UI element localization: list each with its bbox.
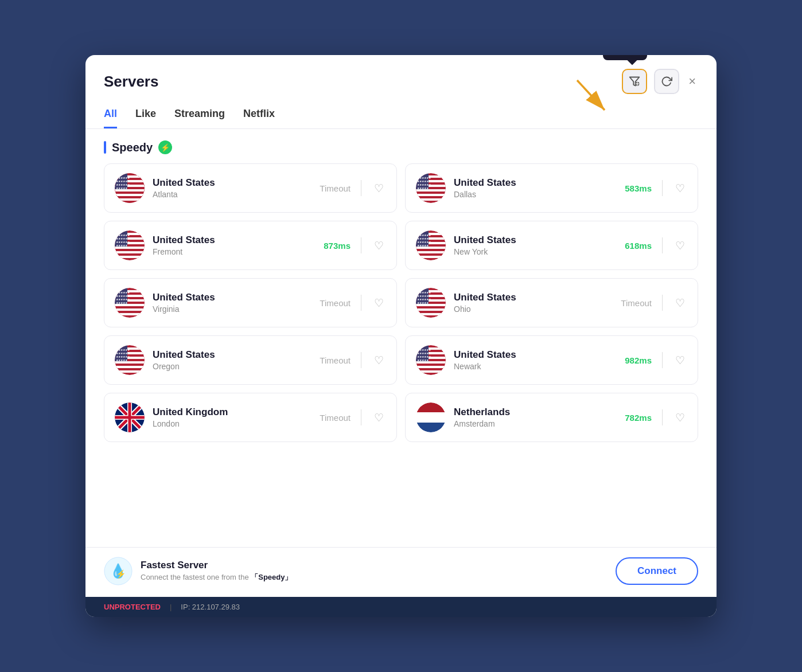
- server-card-dallas[interactable]: ★★★★★★★★★★★★★★★★★★★★★★ United States Dal…: [405, 163, 698, 213]
- server-info-fremont: United States Fremont: [153, 235, 316, 256]
- tooltip-container: Filters: [622, 69, 647, 94]
- tab-netflix[interactable]: Netflix: [243, 108, 275, 128]
- svg-text:★★★★★: ★★★★★: [116, 186, 128, 190]
- tab-like[interactable]: Like: [135, 108, 156, 128]
- fastest-server-desc: Connect the fastest one from the 「Speedy…: [141, 572, 292, 583]
- refresh-icon: [661, 76, 672, 87]
- svg-rect-22: [115, 194, 145, 196]
- tab-all[interactable]: All: [104, 108, 117, 128]
- server-ping-oregon: Timeout: [320, 355, 351, 365]
- favorite-button-ohio[interactable]: ♡: [673, 294, 687, 312]
- favorite-button-newark[interactable]: ♡: [673, 351, 687, 369]
- fastest-server-info: 💧 ⚡ Fastest Server Connect the fastest o…: [104, 557, 292, 585]
- svg-rect-44: [115, 233, 145, 235]
- header-right: Filters: [622, 69, 698, 94]
- server-info-oregon: United States Oregon: [153, 349, 312, 371]
- server-card-ohio[interactable]: ★★★★★★★★★★★★★★★★★★★★★★ United States Ohi…: [405, 278, 698, 327]
- favorite-button-oregon[interactable]: ♡: [372, 351, 386, 369]
- section-header: Speedy ⚡: [104, 140, 698, 154]
- server-ping-amsterdam: 782ms: [625, 413, 652, 423]
- flag-uk-london: [115, 403, 145, 432]
- svg-rect-57: [416, 233, 446, 235]
- server-card-newark[interactable]: ★★★★★★★★★★★★★★★★★★★★★★ United States New…: [405, 335, 698, 385]
- status-separator: |: [170, 603, 172, 611]
- svg-text:★★★★★: ★★★★★: [417, 301, 429, 304]
- svg-rect-129: [115, 416, 145, 419]
- server-card-virginia[interactable]: ★★★★★★★★★★★★★★★★★★★★★★ United States Vir…: [104, 278, 397, 327]
- server-ping-fremont: 873ms: [324, 241, 351, 251]
- server-card-london[interactable]: United Kingdom London Timeout ♡: [104, 393, 397, 442]
- status-bar: UNPROTECTED | IP: 212.107.29.83: [85, 597, 717, 617]
- server-country: United States: [454, 349, 617, 361]
- svg-text:★★★★★: ★★★★★: [116, 301, 128, 304]
- flag-us-virginia: ★★★★★★★★★★★★★★★★★★★★★★: [115, 288, 145, 318]
- svg-rect-70: [115, 290, 145, 292]
- divider: [662, 352, 663, 368]
- server-info-dallas: United States Dallas: [454, 177, 617, 199]
- svg-rect-101: [115, 370, 145, 373]
- favorite-button-newyork[interactable]: ♡: [673, 237, 687, 255]
- svg-text:★★★★★: ★★★★★: [417, 358, 429, 362]
- server-country: United States: [153, 349, 312, 361]
- favorite-button-fremont[interactable]: ♡: [372, 237, 386, 255]
- favorite-button-virginia[interactable]: ♡: [372, 294, 386, 312]
- server-ping-virginia: Timeout: [320, 298, 351, 308]
- divider: [361, 295, 361, 311]
- favorite-button-amsterdam[interactable]: ♡: [673, 409, 687, 427]
- svg-rect-131: [416, 403, 446, 412]
- filter-icon: [629, 76, 640, 87]
- svg-text:★★★★★: ★★★★★: [417, 186, 429, 190]
- server-ping-dallas: 583ms: [625, 183, 652, 193]
- server-city: Fremont: [153, 247, 316, 256]
- favorite-button-dallas[interactable]: ♡: [673, 179, 687, 197]
- server-city: Virginia: [153, 304, 312, 314]
- server-city: New York: [454, 247, 617, 256]
- server-info-london: United Kingdom London: [153, 407, 312, 428]
- server-ping-newyork: 618ms: [625, 241, 652, 251]
- flag-us-oregon: ★★★★★★★★★★★★★★★★★★★★★★: [115, 345, 145, 375]
- server-card-amsterdam[interactable]: Netherlands Amsterdam 782ms ♡: [405, 393, 698, 442]
- filter-button[interactable]: [622, 69, 647, 94]
- divider: [361, 409, 361, 425]
- divider: [662, 295, 663, 311]
- filters-tooltip: Filters: [603, 55, 647, 60]
- favorite-button-atlanta[interactable]: ♡: [372, 179, 386, 197]
- modal-title: Servers: [104, 73, 158, 91]
- section-bar: [104, 141, 106, 154]
- server-city: Ohio: [454, 304, 613, 314]
- divider: [662, 237, 663, 253]
- server-card-oregon[interactable]: ★★★★★★★★★★★★★★★★★★★★★★ United States Ore…: [104, 335, 397, 385]
- server-country: United States: [153, 292, 312, 303]
- svg-rect-113: [416, 366, 446, 368]
- server-card-atlanta[interactable]: ★★★★★★ ★★★★★ ★★★★★★ ★★★★★ United States …: [104, 163, 397, 213]
- unprotected-status: UNPROTECTED: [104, 603, 161, 611]
- speedy-icon: ⚡: [158, 140, 172, 154]
- divider: [361, 352, 361, 368]
- svg-rect-75: [115, 313, 145, 315]
- refresh-button[interactable]: [654, 69, 679, 94]
- svg-rect-61: [416, 251, 446, 253]
- server-country: United States: [454, 177, 617, 189]
- svg-rect-18: [115, 175, 145, 178]
- close-button[interactable]: ×: [686, 72, 698, 91]
- svg-rect-48: [115, 251, 145, 253]
- connect-button[interactable]: Connect: [616, 557, 698, 585]
- tab-streaming[interactable]: Streaming: [174, 108, 225, 128]
- favorite-button-london[interactable]: ♡: [372, 409, 386, 427]
- server-city: Oregon: [153, 362, 312, 371]
- server-country: United States: [153, 177, 312, 189]
- server-info-newark: United States Newark: [454, 349, 617, 371]
- svg-rect-49: [115, 256, 145, 258]
- flag-us-fremont: ★★★★★★★★★★★★★★★★★★★★★★: [115, 230, 145, 260]
- server-card-newyork[interactable]: ★★★★★★★★★★★★★★★★★★★★★★ United States New…: [405, 221, 698, 270]
- svg-rect-114: [416, 370, 446, 373]
- server-info-newyork: United States New York: [454, 235, 617, 256]
- server-info-amsterdam: Netherlands Amsterdam: [454, 407, 617, 428]
- svg-rect-62: [416, 256, 446, 258]
- flag-us-newyork: ★★★★★★★★★★★★★★★★★★★★★★: [416, 230, 446, 260]
- server-card-fremont[interactable]: ★★★★★★★★★★★★★★★★★★★★★★ United States Fre…: [104, 221, 397, 270]
- server-city: Newark: [454, 362, 617, 371]
- servers-modal: Servers Filters: [85, 55, 717, 617]
- svg-rect-133: [416, 423, 446, 432]
- server-country: United States: [454, 292, 613, 303]
